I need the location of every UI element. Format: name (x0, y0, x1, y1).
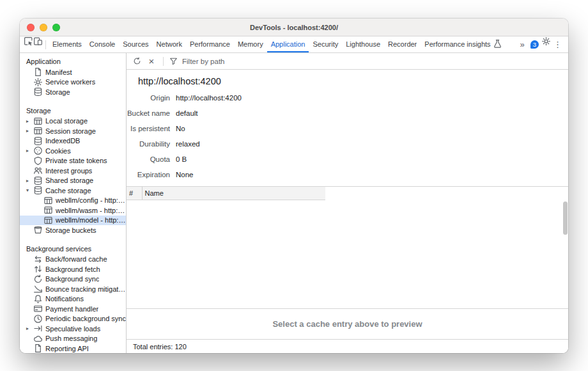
sidebar-item-label: Notifications (45, 295, 84, 303)
back-forward-icon (33, 255, 43, 264)
sidebar-section-title: Application (20, 54, 126, 67)
sidebar-item-label: webllm/wasm - http://loca… (56, 207, 126, 214)
tab-label: Memory (238, 40, 263, 48)
preview-hint: Select a cache entry above to preview (127, 309, 568, 339)
sidebar-item-shared-storage[interactable]: ▸Shared storage (20, 176, 126, 186)
minimize-window-button[interactable] (40, 24, 47, 31)
sidebar-item-label: Manifest (45, 68, 72, 76)
tree-collapsed-arrow-icon[interactable]: ▸ (24, 178, 31, 184)
sidebar-item-label: Back/forward cache (45, 255, 107, 263)
meta-value: No (176, 125, 185, 132)
tab-elements[interactable]: Elements (49, 36, 86, 52)
sidebar-item-session-storage[interactable]: ▸Session storage (20, 126, 126, 136)
filter-input[interactable] (181, 57, 321, 66)
sidebar-item-webllm-model-http-loc[interactable]: webllm/model - http://loc… (20, 216, 126, 226)
tab-application[interactable]: Application (267, 36, 309, 52)
speculative-icon (33, 324, 43, 333)
tab-performance[interactable]: Performance (186, 36, 234, 52)
interest-icon (33, 166, 43, 175)
sidebar-item-cache-storage[interactable]: ▾Cache storage (20, 186, 126, 196)
sidebar-item-storage-buckets[interactable]: Storage buckets (20, 225, 126, 235)
cache-storage-panel: × http://localhost:4200 Originhttp://loc… (127, 53, 568, 353)
close-window-button[interactable] (27, 24, 35, 31)
delete-selected-button[interactable]: × (146, 56, 157, 67)
sidebar-item-service-workers[interactable]: Service workers (20, 77, 126, 88)
meta-value: None (176, 171, 194, 178)
tab-security[interactable]: Security (309, 36, 342, 52)
sidebar-section-title: Storage (20, 104, 126, 116)
tab-label: Recorder (388, 40, 417, 48)
sidebar-item-manifest[interactable]: Manifest (20, 67, 126, 77)
sidebar-item-storage[interactable]: Storage (20, 87, 126, 97)
sidebar-item-label: webllm/model - http://loc… (56, 216, 126, 224)
sidebar-item-payment-handler[interactable]: Payment handler (20, 304, 126, 314)
meta-label: Expiration (127, 171, 170, 178)
refresh-button[interactable] (131, 56, 143, 67)
sidebar-item-label: Background sync (45, 275, 99, 283)
settings-gear-icon[interactable] (541, 36, 551, 46)
sidebar-section-title: Background services (20, 242, 126, 255)
tab-performance-insights[interactable]: Performance insights (421, 36, 506, 52)
fetch-arrows-icon (33, 264, 43, 274)
data-grid: #Name (127, 187, 568, 200)
kebab-menu-icon[interactable]: ⋮ (551, 40, 564, 49)
tab-label: Console (89, 40, 115, 48)
sidebar-item-label: Local storage (45, 117, 88, 125)
inspect-element-icon[interactable] (24, 36, 33, 46)
sidebar-item-private-state-tokens[interactable]: Private state tokens (20, 156, 126, 166)
devtools-tabbar: ElementsConsoleSourcesNetworkPerformance… (20, 36, 568, 53)
zoom-window-button[interactable] (52, 24, 60, 31)
meta-value: default (176, 109, 198, 117)
traffic-lights (27, 24, 60, 31)
titlebar[interactable]: DevTools - localhost:4200/ (20, 19, 568, 36)
tree-collapsed-arrow-icon[interactable]: ▸ (24, 326, 31, 331)
sidebar-section-application: ApplicationManifestService workersStorag… (20, 54, 126, 97)
sidebar-item-background-sync[interactable]: Background sync (20, 274, 126, 285)
tree-collapsed-arrow-icon[interactable]: ▸ (24, 118, 31, 124)
sidebar-item-background-fetch[interactable]: Background fetch (20, 264, 126, 274)
sidebar-item-push-messaging[interactable]: Push messaging (20, 334, 126, 344)
meta-label: Is persistent (127, 125, 170, 132)
column-header-name[interactable]: Name (142, 187, 325, 200)
tree-collapsed-arrow-icon[interactable]: ▸ (24, 128, 31, 134)
tab-sources[interactable]: Sources (119, 36, 152, 52)
sidebar-item-reporting-api[interactable]: Reporting API (20, 343, 126, 353)
console-messages-button[interactable]: 3 (528, 40, 541, 49)
sidebar-item-periodic-background-sync[interactable]: Periodic background sync (20, 314, 126, 324)
device-toolbar-icon[interactable] (33, 36, 43, 46)
sidebar-item-label: Cache storage (45, 187, 91, 194)
tab-network[interactable]: Network (153, 36, 186, 52)
more-panels-button[interactable]: » (516, 40, 527, 49)
table-icon (43, 216, 53, 225)
sidebar-item-label: Speculative loads (45, 325, 100, 333)
tab-recorder[interactable]: Recorder (384, 36, 421, 52)
sidebar-item-local-storage[interactable]: ▸Local storage (20, 116, 126, 127)
sidebar-item-label: webllm/config - http://loc… (56, 196, 126, 204)
database-icon (33, 87, 43, 97)
tab-lighthouse[interactable]: Lighthouse (342, 36, 384, 52)
sidebar-item-cookies[interactable]: ▸Cookies (20, 146, 126, 156)
sidebar-item-webllm-wasm-http-loca[interactable]: webllm/wasm - http://loca… (20, 205, 126, 216)
service-worker-icon (33, 77, 43, 87)
sidebar-item-webllm-config-http-loc[interactable]: webllm/config - http://loc… (20, 196, 126, 206)
cache-entries-table: #Name (127, 186, 568, 309)
sidebar-item-back-forward-cache[interactable]: Back/forward cache (20, 255, 126, 265)
tree-expanded-arrow-icon[interactable]: ▾ (24, 187, 31, 193)
database-icon (33, 186, 43, 195)
column-header-index[interactable]: # (127, 187, 142, 200)
tab-label: Security (313, 40, 338, 48)
tree-collapsed-arrow-icon[interactable]: ▸ (24, 148, 31, 154)
sidebar-item-bounce-tracking-mitigations[interactable]: Bounce tracking mitigations (20, 284, 126, 294)
meta-label: Origin (127, 94, 170, 102)
sidebar-item-interest-groups[interactable]: Interest groups (20, 166, 126, 176)
console-badge: 3 (530, 40, 539, 49)
sidebar-item-notifications[interactable]: Notifications (20, 294, 126, 304)
table-scrollbar[interactable] (563, 201, 568, 235)
tab-label: Sources (123, 40, 148, 48)
sidebar-item-label: Private state tokens (45, 157, 107, 164)
sidebar-item-label: Reporting API (45, 345, 89, 352)
tab-console[interactable]: Console (86, 36, 119, 52)
tab-memory[interactable]: Memory (234, 36, 267, 52)
sidebar-item-indexeddb[interactable]: IndexedDB (20, 136, 126, 146)
sidebar-item-speculative-loads[interactable]: ▸Speculative loads (20, 324, 126, 334)
